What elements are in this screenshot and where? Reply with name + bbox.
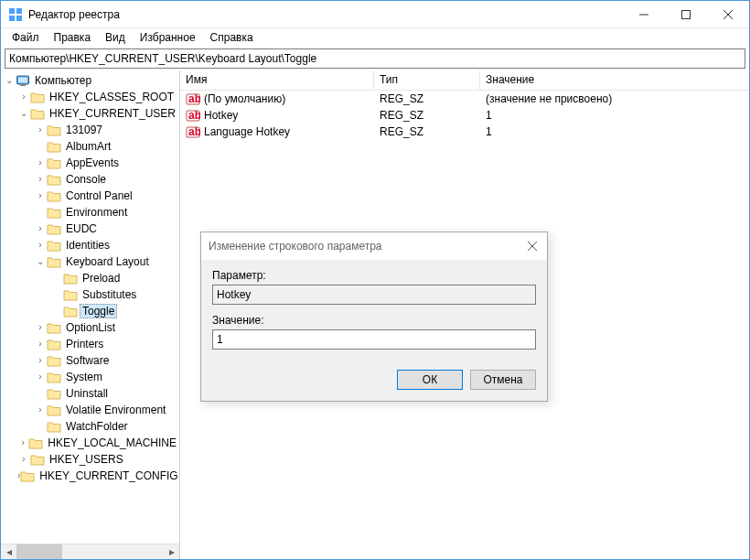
tree-item-label: Uninstall — [63, 387, 111, 400]
tree-item[interactable]: WatchFolder — [1, 418, 179, 435]
expand-icon[interactable]: ⌄ — [3, 74, 16, 87]
tree-item-label: HKEY_CURRENT_CONFIG — [37, 469, 180, 482]
expand-icon[interactable]: › — [34, 321, 47, 334]
tree-item[interactable]: ›AppEvents — [1, 155, 179, 171]
scroll-right-icon[interactable]: ▸ — [164, 544, 179, 559]
menu-item[interactable]: Правка — [47, 29, 99, 46]
tree-item[interactable]: ›Console — [1, 171, 179, 188]
param-input — [212, 285, 536, 305]
tree-item[interactable]: Uninstall — [1, 385, 179, 402]
tree-item-label: OptionList — [63, 321, 118, 334]
value-type: REG_SZ — [374, 92, 480, 105]
value-type: REG_SZ — [374, 125, 480, 138]
list-row[interactable]: Language HotkeyREG_SZ1 — [180, 124, 749, 140]
expand-icon[interactable]: › — [17, 453, 30, 466]
value-input[interactable] — [212, 329, 536, 350]
tree-item[interactable]: Environment — [1, 204, 179, 221]
value-data: 1 — [480, 109, 749, 122]
tree-item[interactable]: ›HKEY_USERS — [1, 451, 179, 468]
tree-item[interactable]: AlbumArt — [1, 138, 179, 155]
value-type: REG_SZ — [374, 109, 480, 122]
expand-icon[interactable]: › — [34, 189, 47, 202]
expand-icon[interactable]: › — [34, 222, 47, 235]
tree-item[interactable]: ›Printers — [1, 336, 179, 352]
tree-item[interactable]: Toggle — [1, 303, 179, 319]
expand-icon[interactable]: › — [34, 338, 47, 350]
tree-item-label: HKEY_CURRENT_USER — [47, 107, 178, 120]
tree-item[interactable]: ›131097 — [1, 122, 179, 138]
menu-item[interactable]: Справка — [203, 29, 261, 46]
tree-item[interactable]: ⌄HKEY_CURRENT_USER — [1, 105, 179, 122]
tree-item-label: Environment — [63, 206, 130, 219]
tree-item[interactable]: ›HKEY_CURRENT_CONFIG — [1, 468, 179, 484]
dialog-title-bar[interactable]: Изменение строкового параметра — [201, 232, 547, 260]
address-text: Компьютер\HKEY_CURRENT_USER\Keyboard Lay… — [9, 52, 316, 65]
tree-item[interactable]: ›HKEY_CLASSES_ROOT — [1, 89, 179, 105]
tree-item-label: Volatile Environment — [63, 404, 168, 416]
tree-panel[interactable]: ⌄Компьютер›HKEY_CLASSES_ROOT⌄HKEY_CURREN… — [1, 70, 180, 559]
tree-item[interactable]: Substitutes — [1, 286, 179, 303]
tree-item-label: EUDC — [63, 222, 100, 235]
scroll-thumb[interactable] — [16, 544, 62, 559]
cancel-button[interactable]: Отмена — [470, 370, 536, 390]
reg-string-icon — [186, 109, 200, 122]
menu-item[interactable]: Файл — [5, 29, 47, 46]
minimize-button[interactable] — [623, 1, 665, 27]
expand-icon[interactable]: › — [34, 371, 47, 383]
tree-item-label: Console — [63, 173, 109, 186]
column-name[interactable]: Имя — [180, 70, 374, 90]
expand-icon[interactable]: › — [34, 404, 47, 416]
list-row[interactable]: (По умолчанию)REG_SZ(значение не присвое… — [180, 91, 749, 107]
value-label: Значение: — [212, 314, 536, 327]
tree-item[interactable]: Preload — [1, 270, 179, 286]
tree-item-label: Control Panel — [63, 189, 135, 202]
expand-icon[interactable]: › — [17, 436, 28, 449]
value-name: Language Hotkey — [204, 125, 290, 138]
tree-item-label: 131097 — [63, 124, 105, 136]
value-data: 1 — [480, 125, 749, 138]
tree-item[interactable]: ›Control Panel — [1, 188, 179, 204]
expand-icon[interactable]: › — [34, 124, 47, 136]
tree-item[interactable]: ›System — [1, 369, 179, 385]
tree-item[interactable]: ⌄Keyboard Layout — [1, 253, 179, 270]
expand-icon[interactable]: ⌄ — [17, 107, 30, 120]
expand-icon[interactable]: › — [34, 239, 47, 252]
tree-item-label: Software — [63, 354, 112, 367]
tree-item[interactable]: ›Volatile Environment — [1, 402, 179, 418]
expand-icon[interactable]: › — [34, 354, 47, 367]
tree-item[interactable]: ›Identities — [1, 237, 179, 253]
dialog-close-button[interactable] — [518, 233, 547, 259]
expand-icon[interactable]: › — [34, 173, 47, 186]
tree-item[interactable]: ›OptionList — [1, 319, 179, 336]
app-icon — [8, 7, 23, 22]
tree-item[interactable]: ›HKEY_LOCAL_MACHINE — [1, 435, 179, 451]
ok-button[interactable]: ОК — [397, 370, 463, 390]
expand-icon[interactable]: ⌄ — [34, 255, 47, 268]
tree-item-label: Toggle — [80, 304, 117, 318]
menu-item[interactable]: Вид — [98, 29, 133, 46]
param-label: Параметр: — [212, 269, 536, 282]
tree-item-label: Printers — [63, 338, 106, 350]
window-title: Редактор реестра — [28, 8, 623, 21]
value-name: (По умолчанию) — [204, 92, 285, 105]
close-button[interactable] — [707, 1, 749, 27]
scroll-left-icon[interactable]: ◂ — [1, 544, 16, 559]
tree-item-label: Компьютер — [32, 74, 94, 87]
tree-item-label: Keyboard Layout — [63, 255, 152, 268]
list-row[interactable]: HotkeyREG_SZ1 — [180, 107, 749, 124]
menu-item[interactable]: Избранное — [133, 29, 203, 46]
column-type[interactable]: Тип — [374, 70, 480, 90]
tree-item[interactable]: ›Software — [1, 352, 179, 369]
tree-hscroll[interactable]: ◂ ▸ — [1, 544, 179, 559]
tree-item[interactable]: ›EUDC — [1, 221, 179, 237]
title-bar: Редактор реестра — [1, 1, 749, 28]
tree-item-label: AlbumArt — [63, 140, 113, 153]
expand-icon[interactable]: › — [17, 91, 30, 103]
column-value[interactable]: Значение — [480, 70, 749, 90]
tree-item-label: Preload — [80, 272, 123, 285]
address-bar[interactable]: Компьютер\HKEY_CURRENT_USER\Keyboard Lay… — [5, 48, 745, 69]
expand-icon[interactable]: › — [34, 156, 47, 169]
value-name: Hotkey — [204, 109, 238, 122]
tree-item[interactable]: ⌄Компьютер — [1, 72, 179, 89]
maximize-button[interactable] — [665, 1, 707, 27]
